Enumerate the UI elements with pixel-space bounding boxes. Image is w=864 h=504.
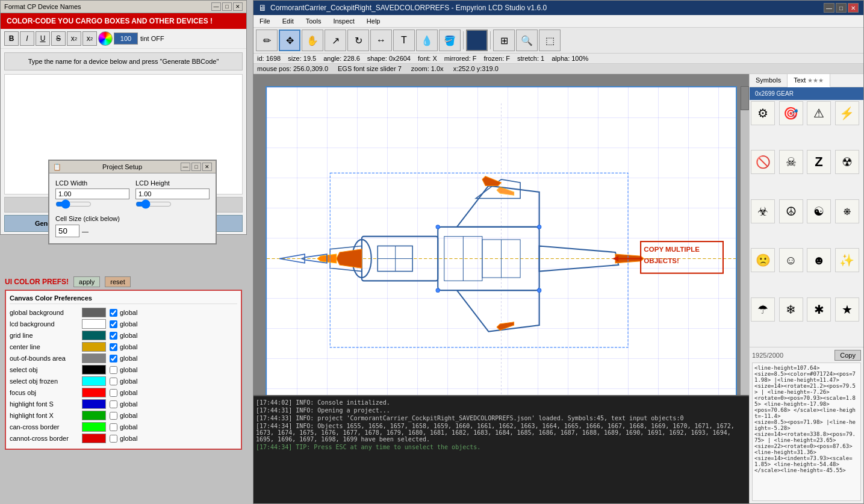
canvas-content: COPY MULTIPLE OBJECTS! [267, 87, 736, 430]
pref-color-select-frozen[interactable] [82, 376, 106, 386]
bold-button[interactable]: B [4, 31, 19, 46]
subscript-button[interactable]: x2 [82, 31, 97, 46]
ps-close-btn[interactable]: ✕ [202, 163, 212, 171]
text-tool[interactable]: T [393, 30, 415, 51]
symbol-peace[interactable]: ☮ [779, 199, 803, 223]
italic-button[interactable]: I [20, 31, 34, 46]
symbol-z[interactable]: Z [807, 150, 831, 174]
pref-check-oob[interactable] [110, 355, 117, 362]
lcd-height-slider[interactable] [135, 199, 172, 209]
symbol-snowflake[interactable]: ❄ [779, 297, 803, 322]
menu-tools[interactable]: Tools [302, 16, 325, 26]
symbol-smile[interactable]: ☺ [779, 248, 803, 272]
pref-color-center[interactable] [82, 342, 106, 352]
marquee-tool[interactable]: ⬚ [539, 30, 561, 51]
strikethrough-button[interactable]: S [51, 31, 66, 46]
tab-text[interactable]: Text ★★★ [788, 74, 830, 87]
symbol-sparkle[interactable]: ✨ [835, 248, 859, 272]
symbol-target[interactable]: 🎯 [779, 101, 803, 125]
project-setup-header: 📋 Project Setup — □ ✕ [49, 161, 216, 173]
pref-check-global-bg[interactable] [110, 309, 117, 317]
grid-tool[interactable]: ⊞ [493, 30, 515, 51]
symbol-gear[interactable]: ⚙ [751, 101, 775, 125]
apply-button[interactable]: apply [73, 276, 100, 287]
pref-check-lcd-bg[interactable] [110, 320, 117, 328]
canvas-area[interactable]: COPY MULTIPLE OBJECTS! [17:44:02] INFO: … [253, 74, 749, 503]
pref-color-can-cross[interactable] [82, 422, 106, 432]
maximize-btn[interactable]: □ [222, 2, 232, 11]
pref-color-cannot-cross[interactable] [82, 434, 106, 443]
symbol-star[interactable]: ★ [835, 297, 859, 322]
color-swatch[interactable] [466, 30, 488, 51]
main-minimize-btn[interactable]: — [824, 3, 834, 13]
pref-check-focus[interactable] [110, 389, 117, 397]
pref-global-label-7: global [120, 378, 137, 385]
ps-maximize-btn[interactable]: □ [191, 163, 201, 171]
lcd-width-slider[interactable] [55, 199, 92, 209]
menu-help[interactable]: Help [363, 16, 384, 26]
console-area: [17:44:02] INFO: Console initialized. [1… [253, 395, 749, 503]
symbol-search-bar: 0x2699 GEAR [750, 87, 863, 100]
pref-color-select-obj[interactable] [82, 365, 106, 375]
main-close-btn[interactable]: ✕ [848, 3, 859, 13]
rotate-tool[interactable]: ↻ [347, 30, 369, 51]
flip-tool[interactable]: ↔ [370, 30, 392, 51]
lcd-height-input[interactable] [135, 188, 210, 199]
code-copy-button[interactable]: Copy [834, 350, 861, 361]
pref-check-select-frozen[interactable] [110, 378, 117, 385]
pref-check-grid[interactable] [110, 332, 117, 340]
cell-size-input[interactable] [55, 225, 79, 237]
pan-tool[interactable]: ✋ [302, 30, 323, 51]
pref-color-lcd-bg[interactable] [82, 319, 106, 329]
color-wheel[interactable] [98, 31, 113, 46]
pencil-tool[interactable]: ✏ [256, 30, 278, 51]
pref-color-oob[interactable] [82, 353, 106, 363]
pref-check-select-obj[interactable] [110, 366, 117, 374]
pref-color-global-bg[interactable] [82, 308, 106, 317]
symbol-no-entry[interactable]: 🚫 [751, 150, 775, 174]
ps-minimize-btn[interactable]: — [181, 163, 190, 171]
symbol-warning[interactable]: ⚠ [807, 101, 831, 125]
menu-file[interactable]: File [256, 16, 274, 26]
pref-color-highlight-s[interactable] [82, 399, 106, 409]
pref-check-highlight-x[interactable] [110, 412, 117, 420]
menu-inspect[interactable]: Inspect [329, 16, 358, 26]
underline-button[interactable]: U [36, 31, 50, 46]
console-line-4: [17:44:34] INFO: Objects 1655, 1656, 165… [256, 422, 747, 443]
symbol-lightning[interactable]: ⚡ [835, 101, 859, 125]
symbol-grin[interactable]: ☻ [807, 248, 831, 272]
pref-check-can-cross[interactable] [110, 423, 117, 431]
symbol-skull[interactable]: ☠ [779, 150, 803, 174]
svg-point-23 [436, 225, 440, 229]
reset-button[interactable]: reset [105, 276, 130, 287]
pref-check-highlight-s[interactable] [110, 400, 117, 408]
pref-color-highlight-x[interactable] [82, 411, 106, 420]
symbol-yinyang[interactable]: ☯ [807, 199, 831, 223]
pref-color-focus[interactable] [82, 388, 106, 397]
minimize-btn[interactable]: — [211, 2, 221, 11]
symbol-radiation[interactable]: ☢ [835, 150, 859, 174]
pref-check-cannot-cross[interactable] [110, 435, 117, 443]
menu-edit[interactable]: Edit [279, 16, 297, 26]
symbol-umbrella[interactable]: ☂ [751, 297, 775, 322]
canvas-scrollbar-v[interactable] [741, 86, 749, 395]
tint-input[interactable]: 100 [114, 33, 138, 45]
symbol-asterisk[interactable]: ✱ [807, 297, 831, 322]
select-tool[interactable]: ↗ [325, 30, 346, 51]
symbol-sad[interactable]: 🙁 [751, 248, 775, 272]
move-tool[interactable]: ✥ [279, 30, 300, 51]
pref-check-center[interactable] [110, 343, 117, 351]
main-restore-btn[interactable]: □ [836, 3, 847, 13]
symbol-helm[interactable]: ⎈ [835, 199, 859, 223]
zoom-tool[interactable]: 🔍 [516, 30, 538, 51]
superscript-button[interactable]: x2 [67, 31, 81, 46]
symbol-biohazard[interactable]: ☣ [751, 199, 775, 223]
tab-symbols[interactable]: Symbols [750, 74, 788, 87]
close-btn[interactable]: ✕ [233, 2, 243, 11]
lcd-width-input[interactable] [55, 188, 129, 199]
eyedropper-tool[interactable]: 💧 [416, 30, 438, 51]
fill-tool[interactable]: 🪣 [439, 30, 461, 51]
scrollbar-thumb[interactable] [741, 86, 749, 110]
pref-row-center: center line global [10, 342, 237, 352]
pref-color-grid[interactable] [82, 331, 106, 340]
